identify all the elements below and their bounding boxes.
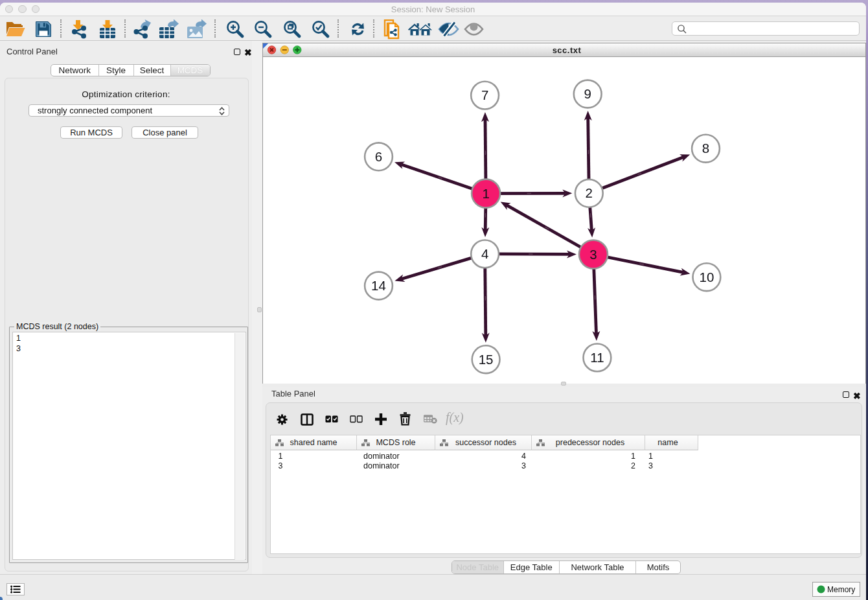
svg-text:8: 8	[702, 141, 709, 156]
svg-text:2: 2	[586, 185, 593, 200]
svg-text:1: 1	[482, 186, 489, 201]
svg-text:6: 6	[375, 149, 382, 164]
svg-text:15: 15	[479, 352, 494, 367]
svg-text:7: 7	[481, 87, 488, 102]
svg-text:4: 4	[481, 246, 488, 261]
svg-text:11: 11	[590, 350, 604, 365]
svg-text:10: 10	[699, 270, 714, 284]
svg-text:14: 14	[371, 278, 386, 293]
svg-text:3: 3	[589, 247, 597, 262]
svg-text:9: 9	[584, 86, 591, 101]
